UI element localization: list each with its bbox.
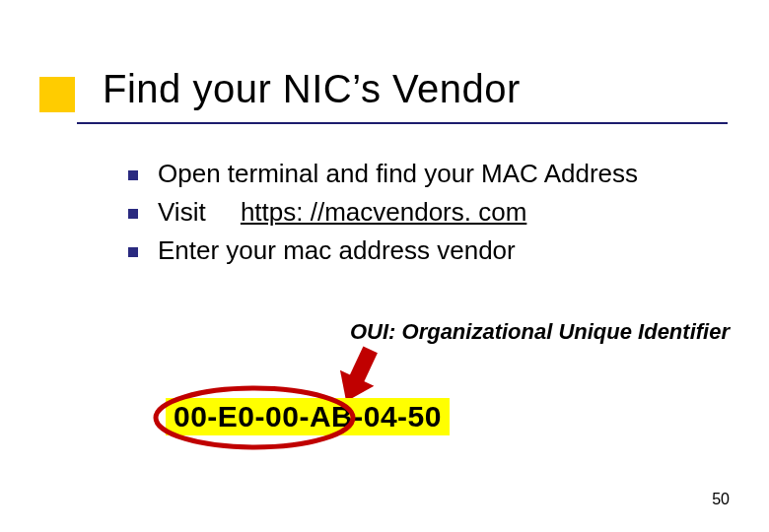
bullet-link[interactable]: https: //macvendors. com: [241, 197, 526, 227]
square-bullet-icon: [128, 209, 138, 219]
bullet-text: Enter your mac address vendor: [158, 233, 516, 268]
list-item: Open terminal and find your MAC Address: [128, 157, 769, 191]
oui-expansion: Organizational Unique Identifier: [402, 319, 730, 344]
mac-address-block: 00-E0-00-AB-04-50: [166, 398, 450, 435]
list-item: Visit https: //macvendors. com: [128, 195, 769, 230]
slide-title-area: Find your NIC’s Vendor: [0, 0, 769, 111]
bullet-text: Visit https: //macvendors. com: [158, 195, 526, 230]
oui-caption: OUI: Organizational Unique Identifier: [350, 319, 730, 345]
slide-title: Find your NIC’s Vendor: [103, 67, 769, 111]
mac-highlight: 00-E0-00-AB-04-50: [166, 398, 450, 435]
square-bullet-icon: [128, 170, 138, 180]
title-underline: [77, 122, 728, 124]
mac-address-text: 00-E0-00-AB-04-50: [174, 400, 442, 432]
bullet-text: Open terminal and find your MAC Address: [158, 157, 638, 191]
bullet-list: Open terminal and find your MAC Address …: [0, 157, 769, 268]
square-bullet-icon: [128, 247, 138, 257]
list-item: Enter your mac address vendor: [128, 233, 769, 268]
bullet-prefix: Visit: [158, 197, 206, 227]
oui-acronym: OUI:: [350, 319, 395, 344]
page-number: 50: [712, 491, 730, 508]
title-accent-square: [39, 77, 75, 112]
